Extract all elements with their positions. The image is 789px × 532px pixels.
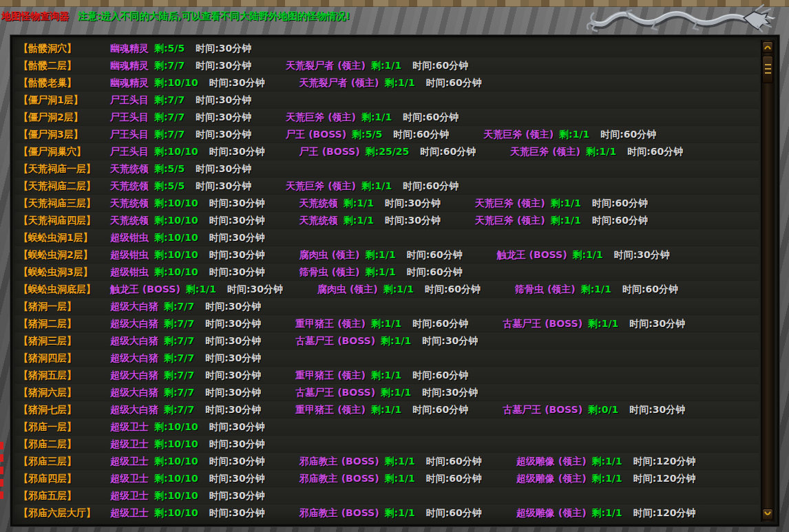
scroll-down-button[interactable] — [762, 509, 773, 520]
respawn-time: 时间:30分钟 — [196, 60, 251, 71]
monster-row: 【邪庙二层】超级卫士剩:10/10时间:30分钟 — [15, 436, 759, 453]
scrollbar[interactable] — [761, 40, 775, 522]
titlebar: 地图怪物查询器 注意:进入不同的大陆后,可以查看不同大陆野外地图的怪物情况! — [0, 10, 592, 25]
remain-count: 剩:1/1 — [592, 507, 622, 518]
monster-name: 古墓尸王 (BOSS) — [295, 387, 375, 398]
monster-entry: 天荒巨斧 (领主)剩:1/1时间:60分钟 — [286, 178, 459, 194]
monster-entry: 尸王头目剩:7/7时间:30分钟 — [110, 109, 251, 125]
remain-count: 剩:10/10 — [154, 249, 198, 260]
monster-name: 邪庙教主 (BOSS) — [299, 473, 379, 484]
scroll-up-button[interactable] — [762, 41, 773, 53]
monster-row: 【天荒祠庙三层】天荒统领剩:10/10时间:30分钟天荒统领剩:1/1时间:30… — [15, 195, 759, 212]
monster-row: 【邪庙三层】超级卫士剩:10/10时间:30分钟邪庙教主 (BOSS)剩:1/1… — [15, 453, 759, 470]
remain-count: 剩:1/1 — [573, 249, 603, 260]
respawn-time: 时间:60分钟 — [412, 370, 468, 381]
monster-name: 邪庙教主 (BOSS) — [299, 456, 379, 467]
map-name: 【僵尸洞3层】 — [19, 126, 110, 142]
remain-count: 剩:1/1 — [385, 507, 415, 518]
monster-name: 触龙王 (BOSS) — [110, 284, 180, 295]
monster-entry: 超级大白猪剩:7/7时间:30分钟 — [110, 298, 261, 315]
respawn-time: 时间:60分钟 — [403, 111, 459, 123]
monster-name: 超级卫士 — [110, 438, 149, 449]
monster-entry: 天荒裂尸者 (领主)剩:1/1时间:60分钟 — [286, 57, 468, 74]
monster-entry: 重甲猪王 (领主)剩:1/1时间:60分钟 — [295, 401, 468, 418]
monster-name: 重甲猪王 (领主) — [295, 370, 366, 381]
monster-name: 尸王头目 — [110, 111, 149, 123]
respawn-time: 时间:30分钟 — [209, 507, 265, 518]
map-name: 【天荒祠庙三层】 — [19, 195, 110, 211]
monster-entry: 超级钳虫剩:10/10时间:30分钟 — [110, 229, 265, 246]
respawn-time: 时间:120分钟 — [633, 456, 696, 467]
remain-count: 剩:5/5 — [352, 129, 382, 140]
monster-name: 筛骨虫 (领主) — [299, 266, 360, 277]
background-artifact — [0, 442, 3, 501]
remain-count: 剩:1/1 — [365, 249, 395, 260]
respawn-time: 时间:30分钟 — [422, 335, 478, 346]
remain-count: 剩:1/1 — [385, 473, 415, 484]
respawn-time: 时间:60分钟 — [407, 249, 463, 260]
respawn-time: 时间:30分钟 — [209, 456, 265, 467]
remain-count: 剩:5/5 — [154, 43, 185, 54]
respawn-time: 时间:30分钟 — [196, 94, 251, 105]
respawn-time: 时间:30分钟 — [422, 387, 478, 398]
monster-name: 超级雕像 (领主) — [516, 507, 587, 518]
monster-entry: 超级卫士剩:10/10时间:30分钟 — [110, 487, 265, 504]
monster-name: 邪庙教主 (BOSS) — [299, 507, 379, 518]
monster-entry: 超级大白猪剩:7/7时间:30分钟 — [110, 332, 261, 349]
respawn-time: 时间:30分钟 — [209, 473, 265, 484]
scrollbar-thumb[interactable] — [762, 56, 773, 83]
monster-row: 【天荒祠庙四层】天荒统领剩:10/10时间:30分钟天荒统领剩:1/1时间:30… — [15, 212, 759, 229]
remain-count: 剩:1/1 — [361, 111, 392, 123]
monster-entry: 超级雕像 (领主)剩:1/1时间:120分钟 — [516, 470, 696, 487]
monster-name: 超级大白猪 — [110, 335, 158, 346]
remain-count: 剩:10/10 — [154, 438, 198, 449]
remain-count: 剩:10/10 — [154, 456, 198, 467]
remain-count: 剩:1/1 — [588, 318, 618, 329]
remain-count: 剩:7/7 — [164, 370, 194, 381]
monster-name: 天荒巨斧 (领主) — [286, 180, 356, 191]
remain-count: 剩:1/1 — [592, 473, 622, 484]
monster-entry: 古墓尸王 (BOSS)剩:1/1时间:30分钟 — [503, 315, 685, 332]
map-name: 【僵尸洞2层】 — [19, 109, 110, 125]
monster-entry: 超级大白猪剩:7/7时间:30分钟 — [110, 315, 261, 332]
monster-entry: 超级大白猪剩:7/7时间:30分钟 — [110, 384, 261, 401]
monster-entry: 天荒统领剩:5/5时间:30分钟 — [110, 178, 251, 194]
remain-count: 剩:1/1 — [586, 146, 616, 157]
respawn-time: 时间:60分钟 — [426, 473, 482, 484]
monster-entry: 尸王头目剩:10/10时间:30分钟 — [110, 143, 265, 160]
map-name: 【猪洞七层】 — [19, 401, 110, 418]
monster-entry: 幽魂精灵剩:7/7时间:30分钟 — [110, 57, 251, 74]
grip-lines-icon — [765, 64, 771, 74]
map-name: 【僵尸洞巢穴】 — [19, 143, 110, 160]
respawn-time: 时间:30分钟 — [629, 318, 685, 329]
map-name: 【骷髅洞穴】 — [19, 40, 110, 56]
monster-row: 【骷髅老巢】幽魂精灵剩:10/10时间:30分钟天荒裂尸者 (领主)剩:1/1时… — [15, 74, 759, 92]
monster-entry: 超级雕像 (领主)剩:1/1时间:120分钟 — [516, 504, 696, 522]
respawn-time: 时间:30分钟 — [205, 404, 261, 415]
remain-count: 剩:10/10 — [154, 77, 198, 88]
remain-count: 剩:1/1 — [361, 180, 392, 191]
respawn-time: 时间:30分钟 — [209, 421, 265, 432]
respawn-time: 时间:30分钟 — [205, 301, 261, 312]
remain-count: 剩:1/1 — [551, 198, 581, 209]
respawn-time: 时间:60分钟 — [426, 77, 482, 88]
map-monster-query-window: 地图怪物查询器 注意:进入不同的大陆后,可以查看不同大陆野外地图的怪物情况! 【… — [0, 0, 789, 532]
respawn-time: 时间:60分钟 — [393, 129, 449, 140]
map-name: 【猪洞三层】 — [19, 332, 110, 349]
remain-count: 剩:10/10 — [154, 198, 198, 209]
monster-row: 【僵尸洞巢穴】尸王头目剩:10/10时间:30分钟尸王 (BOSS)剩:25/2… — [15, 143, 759, 160]
monster-entry: 天荒统领剩:1/1时间:30分钟 — [299, 195, 441, 211]
remain-count: 剩:7/7 — [164, 301, 194, 312]
monster-name: 幽魂精灵 — [110, 77, 149, 88]
monster-row: 【猪洞七层】超级大白猪剩:7/7时间:30分钟重甲猪王 (领主)剩:1/1时间:… — [15, 401, 759, 418]
remain-count: 剩:7/7 — [164, 387, 194, 398]
monster-entry: 古墓尸王 (BOSS)剩:1/1时间:30分钟 — [295, 332, 478, 349]
monster-entry: 邪庙教主 (BOSS)剩:1/1时间:60分钟 — [299, 470, 482, 487]
remain-count: 剩:1/1 — [344, 215, 374, 226]
monster-name: 超级大白猪 — [110, 301, 158, 312]
monster-entry: 超级卫士剩:10/10时间:30分钟 — [110, 453, 265, 469]
remain-count: 剩:1/1 — [581, 284, 611, 295]
monster-name: 天荒巨斧 (领主) — [475, 215, 545, 226]
monster-row: 【天荒祠庙一层】天荒统领剩:5/5时间:30分钟 — [15, 160, 759, 178]
monster-name: 尸王 (BOSS) — [299, 146, 360, 157]
